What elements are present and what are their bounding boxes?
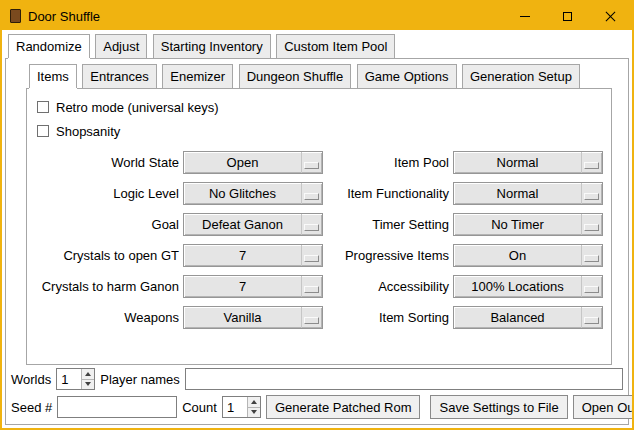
progressive-items-dropdown[interactable]: On xyxy=(453,244,603,267)
logic-level-value: No Glitches xyxy=(184,183,301,204)
dropdown-indicator-icon xyxy=(581,276,602,297)
tab-entrances[interactable]: Entrances xyxy=(82,64,157,88)
crystals-harm-ganon-value: 7 xyxy=(184,276,301,297)
minimize-button[interactable] xyxy=(503,2,546,30)
retro-mode-checkbox[interactable]: Retro mode (universal keys) xyxy=(37,95,605,119)
goal-dropdown[interactable]: Defeat Ganon xyxy=(183,213,323,236)
dropdown-indicator-icon xyxy=(581,214,602,235)
settings-notebook: Items Entrances Enemizer Dungeon Shuffle… xyxy=(26,64,612,365)
worlds-row: Worlds Player names xyxy=(11,367,623,391)
accessibility-dropdown[interactable]: 100% Locations xyxy=(453,275,603,298)
accessibility-value: 100% Locations xyxy=(454,276,581,297)
titlebar[interactable]: Door Shuffle xyxy=(2,2,632,30)
dropdown-indicator-icon xyxy=(581,183,602,204)
minimize-icon xyxy=(520,16,530,17)
item-sorting-dropdown[interactable]: Balanced xyxy=(453,306,603,329)
tab-dungeon-shuffle[interactable]: Dungeon Shuffle xyxy=(239,64,352,88)
save-settings-button[interactable]: Save Settings to File xyxy=(430,395,567,419)
goal-label: Goal xyxy=(33,217,179,232)
world-state-label: World State xyxy=(33,155,179,170)
window-content: Randomize Adjust Starting Inventory Cust… xyxy=(2,30,632,428)
item-functionality-label: Item Functionality xyxy=(327,186,449,201)
logic-level-dropdown[interactable]: No Glitches xyxy=(183,182,323,205)
close-button[interactable] xyxy=(589,2,632,30)
dropdown-indicator-icon xyxy=(301,183,322,204)
player-names-input[interactable] xyxy=(185,368,623,390)
generate-rom-button[interactable]: Generate Patched Rom xyxy=(266,395,421,419)
shopsanity-label: Shopsanity xyxy=(56,124,120,139)
maximize-icon xyxy=(563,12,572,21)
checkbox-unchecked-icon[interactable] xyxy=(37,101,49,113)
spin-down-icon[interactable] xyxy=(81,379,94,390)
worlds-spinbox[interactable] xyxy=(56,368,95,390)
window-title: Door Shuffle xyxy=(28,9,100,24)
item-sorting-value: Balanced xyxy=(454,307,581,328)
seed-label: Seed # xyxy=(11,400,52,415)
sub-tabstrip: Items Entrances Enemizer Dungeon Shuffle… xyxy=(26,64,612,89)
maximize-button[interactable] xyxy=(546,2,589,30)
dropdown-indicator-icon xyxy=(301,245,322,266)
timer-setting-dropdown[interactable]: No Timer xyxy=(453,213,603,236)
app-icon[interactable] xyxy=(10,9,21,23)
open-output-button[interactable]: Open Output Directory xyxy=(573,395,634,419)
tab-game-options[interactable]: Game Options xyxy=(357,64,457,88)
checkbox-unchecked-icon[interactable] xyxy=(37,125,49,137)
spin-down-icon[interactable] xyxy=(247,407,260,418)
retro-mode-label: Retro mode (universal keys) xyxy=(56,100,219,115)
worlds-spin-buttons xyxy=(81,369,94,389)
dropdown-indicator-icon xyxy=(301,214,322,235)
tab-adjust[interactable]: Adjust xyxy=(95,34,147,58)
app-window: Door Shuffle Randomize Adjust Starting I… xyxy=(0,0,634,430)
tab-items[interactable]: Items xyxy=(29,64,77,88)
accessibility-label: Accessibility xyxy=(327,279,449,294)
count-input[interactable] xyxy=(223,397,247,417)
progressive-items-label: Progressive Items xyxy=(327,248,449,263)
item-pool-dropdown[interactable]: Normal xyxy=(453,151,603,174)
tab-starting-inventory[interactable]: Starting Inventory xyxy=(153,34,271,58)
item-functionality-value: Normal xyxy=(454,183,581,204)
tab-generation-setup[interactable]: Generation Setup xyxy=(462,64,580,88)
item-pool-label: Item Pool xyxy=(327,155,449,170)
timer-setting-value: No Timer xyxy=(454,214,581,235)
crystals-open-gt-label: Crystals to open GT xyxy=(33,248,179,263)
dropdown-indicator-icon xyxy=(581,152,602,173)
tab-enemizer[interactable]: Enemizer xyxy=(162,64,233,88)
spin-up-icon[interactable] xyxy=(247,397,260,407)
randomize-pane: Items Entrances Enemizer Dungeon Shuffle… xyxy=(5,59,629,425)
count-spin-buttons xyxy=(247,397,260,417)
item-sorting-label: Item Sorting xyxy=(327,310,449,325)
player-names-label: Player names xyxy=(100,372,179,387)
world-state-dropdown[interactable]: Open xyxy=(183,151,323,174)
bottom-controls: Worlds Player names Seed # Count xyxy=(6,367,628,424)
logic-level-label: Logic Level xyxy=(33,186,179,201)
seed-row: Seed # Count Generate Patched Rom Save S… xyxy=(11,395,623,419)
dropdown-indicator-icon xyxy=(301,152,322,173)
item-pool-value: Normal xyxy=(454,152,581,173)
item-functionality-dropdown[interactable]: Normal xyxy=(453,182,603,205)
weapons-label: Weapons xyxy=(33,310,179,325)
dropdown-indicator-icon xyxy=(581,307,602,328)
window-controls xyxy=(503,2,632,30)
dropdown-indicator-icon xyxy=(301,276,322,297)
dropdown-indicator-icon xyxy=(301,307,322,328)
crystals-open-gt-dropdown[interactable]: 7 xyxy=(183,244,323,267)
seed-input[interactable] xyxy=(57,396,177,418)
tab-randomize[interactable]: Randomize xyxy=(8,34,90,58)
shopsanity-checkbox[interactable]: Shopsanity xyxy=(37,119,605,143)
spin-up-icon[interactable] xyxy=(81,369,94,379)
crystals-open-gt-value: 7 xyxy=(184,245,301,266)
items-pane: Retro mode (universal keys) Shopsanity W… xyxy=(26,89,612,365)
close-icon xyxy=(605,11,616,22)
worlds-input[interactable] xyxy=(57,369,81,389)
progressive-items-value: On xyxy=(454,245,581,266)
world-state-value: Open xyxy=(184,152,301,173)
crystals-harm-ganon-dropdown[interactable]: 7 xyxy=(183,275,323,298)
tab-custom-item-pool[interactable]: Custom Item Pool xyxy=(276,34,395,58)
main-tabstrip: Randomize Adjust Starting Inventory Cust… xyxy=(5,34,629,59)
weapons-value: Vanilla xyxy=(184,307,301,328)
crystals-harm-ganon-label: Crystals to harm Ganon xyxy=(33,279,179,294)
count-label: Count xyxy=(182,400,217,415)
weapons-dropdown[interactable]: Vanilla xyxy=(183,306,323,329)
options-grid: World State Open Item Pool Normal Logic … xyxy=(33,151,605,329)
count-spinbox[interactable] xyxy=(222,396,261,418)
